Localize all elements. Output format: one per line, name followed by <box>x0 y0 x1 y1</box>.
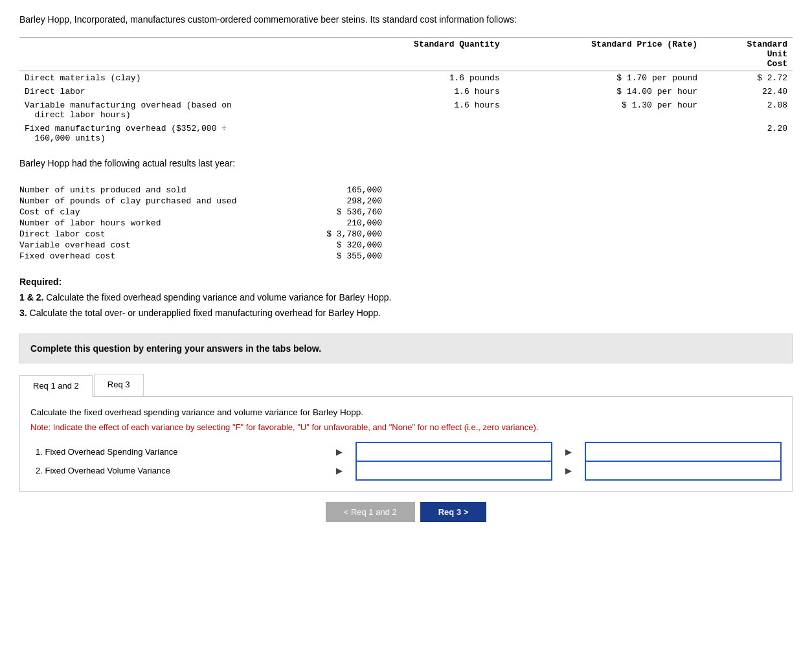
variance-label-2: 2. Fixed Overhead Volume Variance <box>30 461 323 480</box>
actual-row: Number of pounds of clay purchased and u… <box>19 196 382 207</box>
variance-field-1a[interactable] <box>362 446 546 458</box>
actual-row: Direct labor cost $ 3,780,000 <box>19 229 382 240</box>
col-header-qty: Standard Quantity <box>361 38 505 71</box>
tab-content-req-1-2: Calculate the fixed overhead spending va… <box>19 397 793 492</box>
tab-note: Note: Indicate the effect of each varian… <box>30 421 782 434</box>
arrow-icon-1b: ▶ <box>552 442 586 461</box>
arrow-icon-1: ▶ <box>323 442 356 461</box>
required-item-1: 1 & 2. Calculate the fixed overhead spen… <box>19 290 793 306</box>
variance-row-1: 1. Fixed Overhead Spending Variance ▶ ▶ <box>30 442 781 461</box>
variance-label-1: 1. Fixed Overhead Spending Variance <box>30 442 323 461</box>
table-row: Direct labor 1.6 hours $ 14.00 per hour … <box>19 85 793 98</box>
arrow-icon-2: ▶ <box>323 461 356 480</box>
table-row: Direct materials (clay) 1.6 pounds $ 1.7… <box>19 71 793 86</box>
complete-instruction-text: Complete this question by entering your … <box>30 343 321 354</box>
required-title: Required: <box>19 277 62 287</box>
arrow-icon-2b: ▶ <box>552 461 586 480</box>
variance-input-1b[interactable] <box>585 442 781 461</box>
actual-row: Fixed overhead cost $ 355,000 <box>19 251 382 262</box>
complete-instruction-box: Complete this question by entering your … <box>19 334 793 363</box>
variance-row-2: 2. Fixed Overhead Volume Variance ▶ ▶ <box>30 461 781 480</box>
nav-buttons: < Req 1 and 2 Req 3 > <box>19 502 793 522</box>
std-cost-table: Standard Quantity Standard Price (Rate) … <box>19 37 793 145</box>
tab-req-1-2[interactable]: Req 1 and 2 <box>19 375 93 397</box>
tab-instruction: Calculate the fixed overhead spending va… <box>30 407 782 417</box>
required-item-2: 3. Calculate the total over- or underapp… <box>19 306 793 321</box>
actual-results-section: Barley Hopp had the following actual res… <box>19 158 793 262</box>
variance-input-2b[interactable] <box>585 461 781 480</box>
next-button[interactable]: Req 3 > <box>420 502 487 522</box>
table-row: Fixed manufacturing overhead ($352,000 ÷… <box>19 122 793 145</box>
col-header-cost: StandardUnitCost <box>703 38 793 71</box>
variance-field-2b[interactable] <box>591 464 775 477</box>
actual-row: Cost of clay $ 536,760 <box>19 207 382 218</box>
col-header-price: Standard Price (Rate) <box>505 38 703 71</box>
variance-field-2a[interactable] <box>362 464 546 477</box>
actual-row: Number of labor hours worked 210,000 <box>19 218 382 229</box>
tabs-row: Req 1 and 2 Req 3 <box>19 374 793 397</box>
variance-field-1b[interactable] <box>591 446 775 458</box>
required-section: Required: 1 & 2. Calculate the fixed ove… <box>19 275 793 321</box>
prev-button[interactable]: < Req 1 and 2 <box>326 502 415 522</box>
tab-req-3[interactable]: Req 3 <box>94 374 144 396</box>
actual-row: Number of units produced and sold 165,00… <box>19 185 382 196</box>
variance-input-1a[interactable] <box>356 442 552 461</box>
actual-results-title: Barley Hopp had the following actual res… <box>19 158 793 168</box>
variance-input-2a[interactable] <box>356 461 552 480</box>
actual-row: Variable overhead cost $ 320,000 <box>19 240 382 251</box>
variance-table: 1. Fixed Overhead Spending Variance ▶ ▶ … <box>30 442 782 481</box>
table-row: Variable manufacturing overhead (based o… <box>19 98 793 122</box>
intro-text: Barley Hopp, Incorporated, manufactures … <box>19 13 793 27</box>
